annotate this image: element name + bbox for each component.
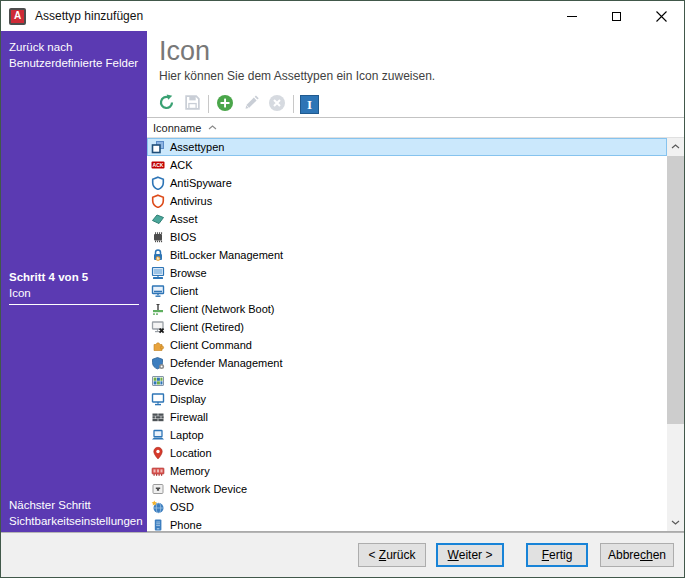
finish-button[interactable]: Fertig — [526, 543, 588, 567]
list-item-firewall[interactable]: Firewall — [147, 408, 667, 426]
list-item-bitlocker[interactable]: BitLocker Management — [147, 246, 667, 264]
list-item-osd[interactable]: OSD — [147, 498, 667, 516]
maximize-button[interactable] — [594, 1, 639, 31]
minimize-button[interactable] — [549, 1, 594, 31]
back-step-line1: Zurück nach — [9, 39, 143, 55]
list-item-label: AntiSpyware — [170, 177, 232, 189]
window-title: Assettyp hinzufügen — [35, 9, 549, 23]
browse-icon — [151, 266, 165, 280]
list-item-antivirus[interactable]: Antivirus — [147, 192, 667, 210]
edit-button — [241, 93, 261, 115]
app-icon: A — [9, 8, 26, 25]
cancel-button[interactable]: Abbrechen — [600, 543, 674, 567]
page-title: Icon — [159, 35, 684, 67]
list-item-laptop[interactable]: Laptop — [147, 426, 667, 444]
client-icon — [151, 284, 165, 298]
antispyware-icon — [151, 176, 165, 190]
icon-picker-button[interactable]: I — [300, 95, 319, 114]
list-item-client[interactable]: Client — [147, 282, 667, 300]
refresh-button[interactable] — [156, 93, 176, 115]
wizard-sidebar: Zurück nach Benutzerdefinierte Felder Sc… — [1, 31, 147, 532]
scroll-up-icon — [671, 144, 680, 149]
edit-icon — [243, 94, 260, 114]
device-icon — [151, 374, 165, 388]
client-command-icon — [151, 338, 165, 352]
list-item-asset[interactable]: Asset — [147, 210, 667, 228]
wizard-window: A Assettyp hinzufügen Zurück nach Benutz… — [0, 0, 685, 578]
list-item-device[interactable]: Device — [147, 372, 667, 390]
list-item-defender[interactable]: Defender Management — [147, 354, 667, 372]
back-button[interactable]: < Zurück — [358, 543, 426, 567]
maximize-icon — [612, 12, 621, 21]
vertical-scrollbar[interactable] — [667, 138, 684, 531]
content-header: Icon Hier können Sie dem Assettypen ein … — [147, 31, 684, 91]
next-button[interactable]: Weiter > — [436, 543, 504, 567]
sidebar-back-step[interactable]: Zurück nach Benutzerdefinierte Felder — [9, 39, 143, 71]
bitlocker-icon — [151, 248, 165, 262]
step-underline — [9, 304, 139, 305]
step-name: Icon — [9, 285, 139, 301]
scroll-up-button[interactable] — [667, 138, 684, 155]
scroll-down-button[interactable] — [667, 514, 684, 531]
sidebar-current-step: Schritt 4 von 5 Icon — [9, 269, 139, 301]
save-icon — [184, 94, 201, 114]
toolbar-separator — [293, 95, 294, 113]
iconname-column-header[interactable]: Iconname — [147, 118, 684, 138]
scrollbar-thumb[interactable] — [667, 156, 684, 424]
list-item-antispyware[interactable]: AntiSpyware — [147, 174, 667, 192]
save-button — [182, 93, 202, 115]
display-icon — [151, 392, 165, 406]
add-icon — [216, 94, 234, 115]
list-item-location[interactable]: Location — [147, 444, 667, 462]
next-step-name: Sichtbarkeitseinstellungen — [9, 513, 145, 529]
list-item-label: Network Device — [170, 483, 247, 495]
list-item-bios[interactable]: BIOS — [147, 228, 667, 246]
refresh-icon — [158, 94, 175, 114]
client-network-boot-icon — [151, 302, 165, 316]
list-item-label: BIOS — [170, 231, 196, 243]
list-item-label: Memory — [170, 465, 210, 477]
list-item-ack[interactable]: ACKACK — [147, 156, 667, 174]
close-button[interactable] — [639, 1, 684, 31]
icon-list-body: AssettypenACKACKAntiSpywareAntivirusAsse… — [147, 138, 684, 532]
content-panel: Icon Hier können Sie dem Assettypen ein … — [147, 31, 684, 532]
list-item-label: OSD — [170, 501, 194, 513]
list-item-assettypen[interactable]: Assettypen — [147, 138, 667, 156]
network-device-icon — [151, 482, 165, 496]
laptop-icon — [151, 428, 165, 442]
list-item-label: Antivirus — [170, 195, 212, 207]
list-item-label: ACK — [170, 159, 193, 171]
phone-icon — [151, 518, 165, 531]
list-item-label: Assettypen — [170, 141, 224, 153]
list-item-network-device[interactable]: Network Device — [147, 480, 667, 498]
list-item-label: Client (Network Boot) — [170, 303, 275, 315]
bios-icon — [151, 230, 165, 244]
column-header-label: Iconname — [153, 122, 201, 134]
list-item-label: BitLocker Management — [170, 249, 283, 261]
window-controls — [549, 1, 684, 31]
location-icon — [151, 446, 165, 460]
svg-text:ACK: ACK — [153, 162, 164, 168]
ack-icon: ACK — [151, 158, 165, 172]
delete-icon — [268, 94, 286, 115]
close-icon — [656, 11, 667, 22]
firewall-icon — [151, 410, 165, 424]
list-item-label: Device — [170, 375, 204, 387]
list-item-client-retired[interactable]: Client (Retired) — [147, 318, 667, 336]
sidebar-next-step: Nächster Schritt Sichtbarkeitseinstellun… — [9, 497, 145, 529]
list-item-client-network-boot[interactable]: Client (Network Boot) — [147, 300, 667, 318]
list-item-browse[interactable]: Browse — [147, 264, 667, 282]
step-counter: Schritt 4 von 5 — [9, 269, 139, 285]
list-item-label: Firewall — [170, 411, 208, 423]
list-item-display[interactable]: Display — [147, 390, 667, 408]
list-item-memory[interactable]: Memory — [147, 462, 667, 480]
next-step-label: Nächster Schritt — [9, 497, 145, 513]
add-button[interactable] — [215, 93, 235, 115]
list-item-phone[interactable]: Phone — [147, 516, 667, 531]
wizard-footer: < Zurück Weiter > Fertig Abbrechen — [1, 532, 684, 577]
list-item-label: Asset — [170, 213, 198, 225]
list-item-label: Defender Management — [170, 357, 283, 369]
page-subtitle: Hier können Sie dem Assettypen ein Icon … — [159, 69, 684, 83]
list-item-client-command[interactable]: Client Command — [147, 336, 667, 354]
list-item-label: Client (Retired) — [170, 321, 244, 333]
